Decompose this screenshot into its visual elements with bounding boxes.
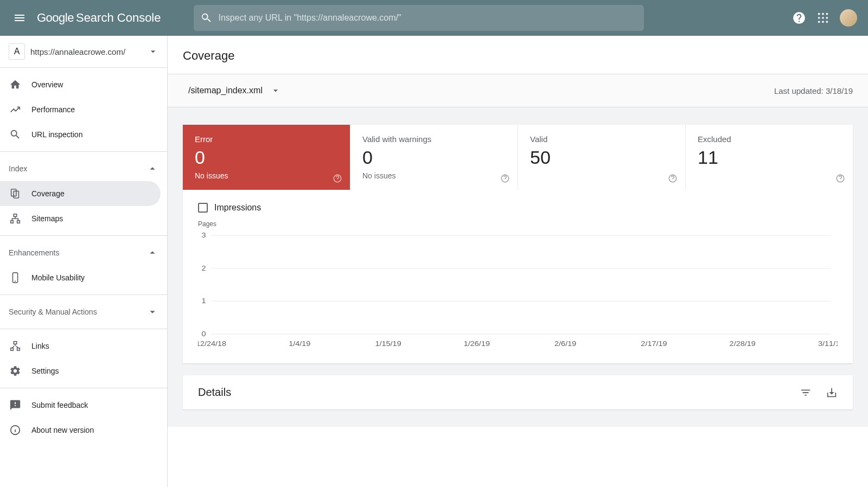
sitemap-filter[interactable]: /sitemap_index.xml bbox=[183, 83, 286, 98]
sidebar-item-coverage[interactable]: Coverage bbox=[0, 181, 161, 206]
sidebar-item-label: URL inspection bbox=[31, 130, 82, 139]
svg-text:1/26/19: 1/26/19 bbox=[464, 340, 490, 348]
page-title: Coverage bbox=[183, 49, 853, 63]
sidebar-item-settings[interactable]: Settings bbox=[0, 358, 167, 383]
svg-point-0 bbox=[818, 13, 820, 15]
svg-text:1/15/19: 1/15/19 bbox=[375, 340, 401, 348]
svg-point-4 bbox=[822, 17, 824, 19]
main-content: Coverage /sitemap_index.xml Last updated… bbox=[168, 36, 868, 487]
chevron-up-icon bbox=[146, 247, 158, 259]
feedback-icon bbox=[9, 399, 21, 411]
details-title: Details bbox=[198, 386, 231, 399]
avatar[interactable] bbox=[840, 9, 857, 27]
property-url: https://annaleacrowe.com/ bbox=[30, 47, 142, 56]
svg-text:2: 2 bbox=[201, 265, 206, 272]
sidebar-item-label: Links bbox=[31, 342, 49, 350]
sidebar-item-mobile-usability[interactable]: Mobile Usability bbox=[0, 265, 167, 290]
svg-rect-16 bbox=[11, 348, 14, 351]
section-label: Enhancements bbox=[9, 248, 59, 257]
svg-rect-15 bbox=[14, 342, 17, 344]
sidebar-item-label: Sitemaps bbox=[31, 214, 63, 223]
status-tabs: Error 0 No issues Valid with warnings 0 … bbox=[183, 125, 853, 190]
chart-area: Impressions Pages 012312/24/181/4/191/15… bbox=[183, 190, 853, 363]
app-header: Google Search Console bbox=[0, 0, 868, 36]
sidebar-item-label: Performance bbox=[31, 105, 75, 114]
sidebar-item-label: Submit feedback bbox=[31, 401, 88, 409]
chevron-down-icon bbox=[270, 85, 281, 96]
svg-text:2/17/19: 2/17/19 bbox=[641, 340, 667, 348]
sidebar-item-url-inspection[interactable]: URL inspection bbox=[0, 122, 167, 147]
svg-text:3: 3 bbox=[201, 232, 206, 239]
sidebar: A https://annaleacrowe.com/ Overview Per… bbox=[0, 36, 168, 487]
tab-excluded[interactable]: Excluded 11 bbox=[686, 125, 853, 190]
svg-point-3 bbox=[818, 17, 820, 19]
page-header: Coverage bbox=[168, 36, 868, 74]
svg-text:0: 0 bbox=[201, 330, 206, 338]
logo-search-console: Search Console bbox=[76, 11, 161, 25]
section-header-security[interactable]: Security & Manual Actions bbox=[0, 299, 167, 324]
sidebar-item-performance[interactable]: Performance bbox=[0, 97, 167, 122]
sidebar-item-about[interactable]: About new version bbox=[0, 418, 167, 443]
header-actions bbox=[792, 9, 861, 27]
impressions-checkbox[interactable] bbox=[198, 203, 208, 213]
home-icon bbox=[9, 79, 21, 91]
chevron-down-icon bbox=[146, 306, 158, 318]
sidebar-item-sitemaps[interactable]: Sitemaps bbox=[0, 206, 167, 231]
svg-text:2/28/19: 2/28/19 bbox=[730, 340, 756, 348]
menu-button[interactable] bbox=[7, 5, 33, 31]
help-icon[interactable] bbox=[500, 174, 510, 183]
tab-count: 11 bbox=[698, 147, 841, 168]
search-bar[interactable] bbox=[194, 5, 644, 31]
svg-point-6 bbox=[818, 21, 820, 23]
svg-point-7 bbox=[822, 21, 824, 23]
gear-icon bbox=[9, 365, 21, 377]
help-icon[interactable] bbox=[835, 174, 845, 183]
logo: Google Search Console bbox=[37, 11, 161, 25]
svg-rect-12 bbox=[11, 221, 14, 223]
hamburger-icon bbox=[13, 11, 26, 24]
svg-rect-11 bbox=[14, 214, 17, 217]
y-axis-label: Pages bbox=[198, 220, 838, 228]
tab-subtitle: No issues bbox=[195, 171, 338, 180]
tab-error[interactable]: Error 0 No issues bbox=[183, 125, 350, 190]
sidebar-item-overview[interactable]: Overview bbox=[0, 72, 167, 97]
download-icon[interactable] bbox=[826, 387, 838, 399]
help-icon[interactable] bbox=[333, 174, 342, 183]
svg-text:2/6/19: 2/6/19 bbox=[554, 340, 576, 348]
tab-label: Excluded bbox=[698, 134, 841, 144]
property-selector[interactable]: A https://annaleacrowe.com/ bbox=[0, 36, 167, 68]
svg-text:12/24/18: 12/24/18 bbox=[198, 340, 226, 348]
tab-valid[interactable]: Valid 50 bbox=[518, 125, 686, 190]
svg-point-2 bbox=[826, 13, 828, 15]
search-icon bbox=[200, 12, 212, 24]
section-label: Index bbox=[9, 164, 27, 173]
filter-icon[interactable] bbox=[800, 387, 812, 399]
sitemap-icon bbox=[9, 213, 21, 225]
impressions-label: Impressions bbox=[214, 203, 261, 213]
tab-count: 50 bbox=[530, 147, 673, 168]
search-icon bbox=[9, 129, 21, 140]
search-input[interactable] bbox=[219, 13, 637, 23]
help-icon[interactable] bbox=[668, 174, 678, 183]
sidebar-item-feedback[interactable]: Submit feedback bbox=[0, 393, 167, 418]
chevron-down-icon bbox=[148, 46, 158, 57]
coverage-card: Error 0 No issues Valid with warnings 0 … bbox=[183, 125, 853, 363]
help-icon[interactable] bbox=[792, 11, 806, 25]
apps-icon[interactable] bbox=[817, 12, 829, 24]
svg-rect-13 bbox=[17, 221, 20, 223]
tab-valid-warnings[interactable]: Valid with warnings 0 No issues bbox=[350, 125, 518, 190]
tab-label: Valid bbox=[530, 134, 673, 144]
chevron-up-icon bbox=[146, 163, 158, 175]
sidebar-item-links[interactable]: Links bbox=[0, 334, 167, 358]
trending-icon bbox=[9, 104, 21, 116]
section-header-index[interactable]: Index bbox=[0, 156, 167, 181]
logo-google: Google bbox=[37, 11, 74, 25]
mobile-icon bbox=[9, 272, 21, 284]
section-header-enhancements[interactable]: Enhancements bbox=[0, 240, 167, 265]
info-icon bbox=[9, 424, 21, 436]
coverage-icon bbox=[9, 188, 21, 200]
svg-text:1: 1 bbox=[201, 297, 206, 305]
filter-label: /sitemap_index.xml bbox=[188, 86, 263, 95]
tab-count: 0 bbox=[195, 147, 338, 168]
sidebar-item-label: Coverage bbox=[31, 189, 65, 198]
